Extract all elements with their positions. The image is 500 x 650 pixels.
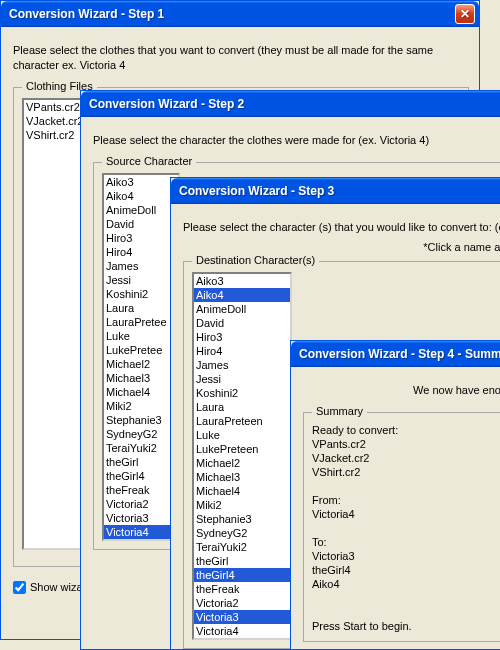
list-item[interactable]: Aiko4 — [194, 288, 290, 302]
summary-group: Summary Ready to convert:VPants.cr2VJack… — [303, 412, 500, 642]
list-item[interactable]: Aiko3 — [194, 274, 290, 288]
list-item[interactable]: theFreak — [104, 483, 178, 497]
checkbox-label: Show wizar — [30, 581, 86, 593]
summary-line — [312, 605, 500, 619]
titlebar-step4[interactable]: Conversion Wizard - Step 4 - Summa — [291, 341, 500, 367]
list-item[interactable]: TeraiYuki2 — [194, 540, 290, 554]
list-item[interactable]: Michael4 — [194, 484, 290, 498]
titlebar-step2[interactable]: Conversion Wizard - Step 2 — [81, 91, 500, 117]
list-item[interactable]: AnimeDoll — [194, 302, 290, 316]
list-item[interactable]: David — [104, 217, 178, 231]
window-title: Conversion Wizard - Step 2 — [89, 97, 244, 111]
titlebar-step3[interactable]: Conversion Wizard - Step 3 — [171, 178, 500, 204]
window-title: Conversion Wizard - Step 4 - Summa — [299, 347, 500, 361]
list-item[interactable]: Luke — [104, 329, 178, 343]
list-item[interactable]: Stephanie3 — [194, 512, 290, 526]
list-item[interactable]: LukePreteen — [194, 442, 290, 456]
summary-line: Ready to convert: — [312, 423, 500, 437]
sub-instruction: *Click a name again to deselect it. — [183, 241, 500, 253]
list-item[interactable]: Victoria4 — [104, 525, 178, 539]
list-item[interactable]: Michael2 — [104, 357, 178, 371]
list-item[interactable]: LukePretee — [104, 343, 178, 357]
summary-line — [312, 479, 500, 493]
summary-line: VJacket.cr2 — [312, 451, 500, 465]
list-item[interactable]: Hiro4 — [104, 245, 178, 259]
instruction-text: Please select the character (s) that you… — [183, 220, 500, 235]
list-item[interactable]: Miki2 — [194, 498, 290, 512]
list-item[interactable]: theFreak — [194, 582, 290, 596]
list-item[interactable]: Hiro3 — [104, 231, 178, 245]
summary-line: To: — [312, 535, 500, 549]
summary-line: Victoria4 — [312, 507, 500, 521]
instruction-text: We now have enough information to — [303, 383, 500, 398]
list-item[interactable]: Michael4 — [104, 385, 178, 399]
group-label: Summary — [312, 405, 367, 417]
list-item[interactable]: SydneyG2 — [104, 427, 178, 441]
list-item[interactable]: SydneyG2 — [194, 526, 290, 540]
list-item[interactable]: Laura — [104, 301, 178, 315]
summary-line: VShirt.cr2 — [312, 465, 500, 479]
summary-line — [312, 591, 500, 605]
summary-line — [312, 521, 500, 535]
list-item[interactable]: Michael3 — [194, 470, 290, 484]
list-item[interactable]: Koshini2 — [194, 386, 290, 400]
summary-line: VPants.cr2 — [312, 437, 500, 451]
list-item[interactable]: Koshini2 — [104, 287, 178, 301]
list-item[interactable]: TeraiYuki2 — [104, 441, 178, 455]
list-item[interactable]: Stephanie3 — [104, 413, 178, 427]
summary-line: theGirl4 — [312, 563, 500, 577]
list-item[interactable]: Michael2 — [194, 456, 290, 470]
list-item[interactable]: Jessi — [194, 372, 290, 386]
titlebar-step1[interactable]: Conversion Wizard - Step 1 ✕ — [1, 1, 479, 27]
list-item[interactable]: Victoria2 — [104, 497, 178, 511]
destination-character-listbox[interactable]: Aiko3Aiko4AnimeDollDavidHiro3Hiro4JamesJ… — [192, 272, 292, 640]
summary-line: From: — [312, 493, 500, 507]
instruction-text: Please select the clothes that you want … — [13, 43, 469, 73]
group-label: Destination Character(s) — [192, 254, 319, 266]
list-item[interactable]: Jessi — [104, 273, 178, 287]
list-item[interactable]: theGirl — [194, 554, 290, 568]
list-item[interactable]: LauraPreteen — [194, 414, 290, 428]
close-icon[interactable]: ✕ — [455, 4, 475, 24]
summary-text: Ready to convert:VPants.cr2VJacket.cr2VS… — [312, 423, 500, 633]
list-item[interactable]: Victoria3 — [104, 511, 178, 525]
list-item[interactable]: Laura — [194, 400, 290, 414]
list-item[interactable]: James — [104, 259, 178, 273]
group-label: Source Character — [102, 155, 196, 167]
list-item[interactable]: Hiro4 — [194, 344, 290, 358]
summary-line: Aiko4 — [312, 577, 500, 591]
list-item[interactable]: LauraPretee — [104, 315, 178, 329]
summary-line: Victoria3 — [312, 549, 500, 563]
list-item[interactable]: David — [194, 316, 290, 330]
list-item[interactable]: theGirl4 — [194, 568, 290, 582]
list-item[interactable]: Victoria3 — [194, 610, 290, 624]
list-item[interactable]: Miki2 — [104, 399, 178, 413]
list-item[interactable]: Victoria2 — [194, 596, 290, 610]
list-item[interactable]: Hiro3 — [194, 330, 290, 344]
summary-line: Press Start to begin. — [312, 619, 500, 633]
list-item[interactable]: theGirl4 — [104, 469, 178, 483]
source-character-listbox[interactable]: Aiko3Aiko4AnimeDollDavidHiro3Hiro4JamesJ… — [102, 173, 180, 541]
list-item[interactable]: Victoria4 — [194, 624, 290, 638]
list-item[interactable]: AnimeDoll — [104, 203, 178, 217]
instruction-text: Please select the character the clothes … — [93, 133, 500, 148]
wizard-step4-window: Conversion Wizard - Step 4 - Summa We no… — [290, 340, 500, 650]
window-title: Conversion Wizard - Step 1 — [9, 7, 164, 21]
list-item[interactable]: Aiko3 — [104, 175, 178, 189]
list-item[interactable]: James — [194, 358, 290, 372]
list-item[interactable]: Michael3 — [104, 371, 178, 385]
list-item[interactable]: Aiko4 — [104, 189, 178, 203]
list-item[interactable]: Luke — [194, 428, 290, 442]
list-item[interactable]: theGirl — [104, 455, 178, 469]
checkbox-input[interactable] — [13, 581, 26, 594]
window-title: Conversion Wizard - Step 3 — [179, 184, 334, 198]
